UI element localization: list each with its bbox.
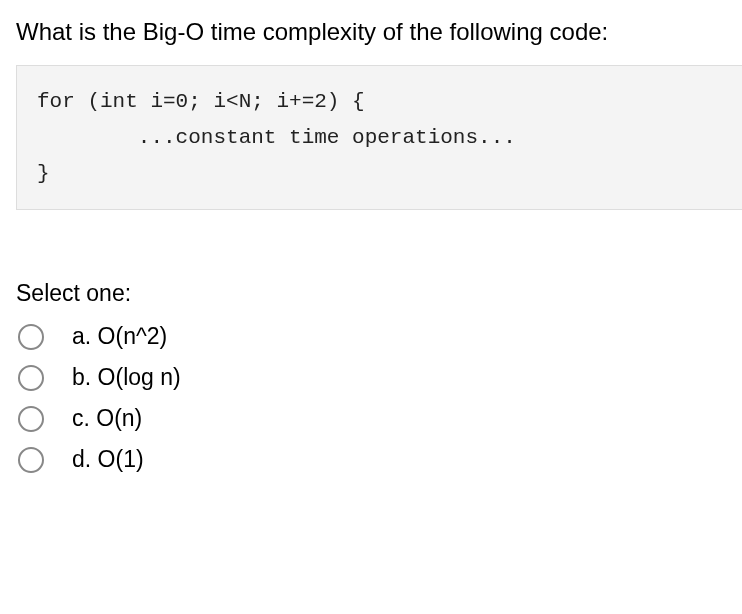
option-label: b. O(log n) — [72, 364, 181, 391]
option-a[interactable]: a. O(n^2) — [16, 323, 742, 350]
radio-icon[interactable] — [18, 406, 44, 432]
select-one-label: Select one: — [16, 280, 742, 307]
question-prompt: What is the Big-O time complexity of the… — [16, 16, 742, 47]
option-c[interactable]: c. O(n) — [16, 405, 742, 432]
option-label: d. O(1) — [72, 446, 144, 473]
option-b[interactable]: b. O(log n) — [16, 364, 742, 391]
radio-icon[interactable] — [18, 324, 44, 350]
radio-icon[interactable] — [18, 447, 44, 473]
option-label: c. O(n) — [72, 405, 142, 432]
option-d[interactable]: d. O(1) — [16, 446, 742, 473]
code-block: for (int i=0; i<N; i+=2) { ...constant t… — [16, 65, 742, 210]
radio-icon[interactable] — [18, 365, 44, 391]
option-label: a. O(n^2) — [72, 323, 167, 350]
